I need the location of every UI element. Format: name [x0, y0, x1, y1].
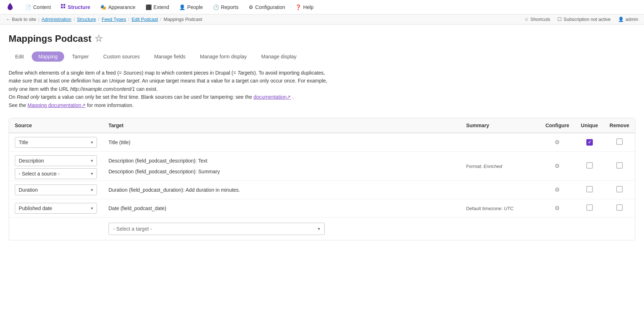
table-row: Duration ▾ Duration (field_podcast_durat… [9, 181, 635, 199]
breadcrumb-mappings-podcast: Mappings Podcast [164, 17, 202, 22]
target-cell-description: Description (field_podcast_description):… [103, 151, 460, 181]
source-cell-description: Description ▾ - Select a source - ▾ [9, 151, 103, 181]
tab-manage-fields[interactable]: Manage fields [148, 52, 192, 62]
unique-checkbox-duration[interactable] [586, 186, 593, 192]
mapping-table-container: Source Target Summary Configure Unique R… [9, 118, 635, 240]
unique-checkbox-published-date[interactable] [586, 204, 593, 211]
unique-cell-duration [575, 181, 604, 199]
svg-rect-1 [63, 4, 65, 6]
star-icon: ☆ [524, 17, 529, 22]
source-select-title[interactable]: Title ▾ [15, 137, 97, 148]
remove-cell-description [604, 151, 635, 181]
source-select-published-date[interactable]: Published date ▾ [15, 203, 97, 214]
breadcrumb-administration[interactable]: Administration [42, 17, 71, 22]
gear-icon[interactable]: ⚙ [555, 139, 560, 145]
remove-checkbox-description[interactable] [616, 162, 623, 169]
header-configure: Configure [539, 118, 575, 133]
mapping-documentation-link[interactable]: Mapping documentation↗ [27, 102, 85, 108]
nav-people[interactable]: 👤 People [174, 0, 208, 14]
configure-cell-description: ⚙ [539, 151, 575, 181]
nav-content[interactable]: 📄 Content [20, 0, 56, 14]
summary-cell-published-date: Default timezone: UTC [460, 199, 539, 217]
nav-reports[interactable]: 🕐 Reports [208, 0, 244, 14]
page-content: Mappings Podcast ☆ Edit Mapping Tamper C… [0, 25, 644, 258]
gear-icon[interactable]: ⚙ [555, 163, 560, 169]
logo [6, 2, 14, 12]
unique-cell-description [575, 151, 604, 181]
chevron-down-icon: ▾ [91, 140, 93, 145]
header-summary: Summary [460, 118, 539, 133]
nav-configuration[interactable]: ⚙ Configuration [244, 0, 290, 14]
nav-appearance[interactable]: 🎭 Appearance [95, 0, 141, 14]
structure-icon [61, 4, 66, 10]
remove-checkbox-published-date[interactable] [616, 204, 623, 211]
remove-cell-published-date [604, 199, 635, 217]
nav-structure[interactable]: Structure [56, 0, 95, 14]
tab-custom-sources[interactable]: Custom sources [97, 52, 146, 62]
source-cell-title: Title ▾ [9, 133, 103, 152]
nav-help[interactable]: ❓ Help [290, 0, 319, 14]
main-nav: 📄 Content Structure 🎭 Appearance ⬛ Exten… [20, 0, 638, 14]
mapping-table: Source Target Summary Configure Unique R… [9, 118, 635, 240]
svg-rect-3 [63, 6, 65, 8]
tab-tamper[interactable]: Tamper [66, 52, 96, 62]
unique-cell-title [575, 133, 604, 152]
back-arrow-icon: ← [6, 17, 10, 22]
breadcrumb-structure[interactable]: Structure [77, 17, 96, 22]
configure-cell-duration: ⚙ [539, 181, 575, 199]
target-select-dropdown[interactable]: - Select a target - ▾ [108, 223, 325, 235]
breadcrumb-edit-podcast[interactable]: Edit Podcast [132, 17, 158, 22]
target-cell-published-date: Date (field_podcast_date) [103, 199, 460, 217]
gear-icon[interactable]: ⚙ [555, 187, 560, 193]
tab-manage-display[interactable]: Manage display [255, 52, 303, 62]
chevron-down-icon: ▾ [91, 158, 93, 163]
tab-edit[interactable]: Edit [9, 52, 30, 62]
unique-checkbox-title[interactable] [586, 139, 593, 146]
table-row: Published date ▾ Date (field_podcast_dat… [9, 199, 635, 217]
documentation-link[interactable]: documentation↗ [253, 94, 291, 100]
people-icon: 👤 [179, 4, 185, 10]
mapping-description: Define which elements of a single item o… [9, 69, 333, 109]
nav-extend[interactable]: ⬛ Extend [141, 0, 174, 14]
header-target: Target [103, 118, 460, 133]
back-to-site[interactable]: ← Back to site [6, 17, 36, 22]
toolbar: ← Back to site | Administration / Struct… [0, 14, 644, 25]
tab-manage-form-display[interactable]: Manage form display [194, 52, 253, 62]
summary-cell-description: Format: Enriched [460, 151, 539, 181]
unique-cell-published-date [575, 199, 604, 217]
table-row: Description ▾ - Select a source - ▾ Desc… [9, 151, 635, 181]
table-header-row: Source Target Summary Configure Unique R… [9, 118, 635, 133]
user-icon: 👤 [618, 17, 624, 22]
source-select-description-sub[interactable]: - Select a source - ▾ [15, 168, 97, 179]
source-select-description[interactable]: Description ▾ [15, 155, 97, 166]
breadcrumb-feed-types[interactable]: Feed Types [102, 17, 126, 22]
favorite-icon[interactable]: ☆ [94, 33, 103, 44]
remove-checkbox-duration[interactable] [616, 186, 623, 192]
svg-rect-0 [61, 4, 63, 6]
toolbar-left: ← Back to site | Administration / Struct… [6, 17, 202, 22]
remove-cell-duration [604, 181, 635, 199]
target-cell-title: Title (title) [103, 133, 460, 152]
chevron-down-icon: ▾ [91, 206, 93, 211]
header-unique: Unique [575, 118, 604, 133]
top-nav: 📄 Content Structure 🎭 Appearance ⬛ Exten… [0, 0, 644, 14]
remove-checkbox-title[interactable] [616, 138, 623, 145]
table-row: Title ▾ Title (title) ⚙ [9, 133, 635, 152]
page-title: Mappings Podcast ☆ [9, 33, 635, 44]
chevron-down-icon: ▾ [91, 187, 93, 192]
subscription-status[interactable]: ☐ Subscription not active [558, 17, 611, 22]
content-icon: 📄 [25, 4, 31, 10]
add-target-cell: - Select a target - ▾ [9, 217, 635, 240]
gear-icon[interactable]: ⚙ [555, 205, 560, 211]
appearance-icon: 🎭 [100, 4, 106, 10]
target-cell-duration: Duration (field_podcast_duration): Add d… [103, 181, 460, 199]
subscription-icon: ☐ [558, 17, 562, 22]
header-source: Source [9, 118, 103, 133]
toolbar-right: ☆ Shortcuts ☐ Subscription not active 👤 … [524, 17, 638, 22]
unique-checkbox-description[interactable] [586, 162, 593, 169]
source-cell-duration: Duration ▾ [9, 181, 103, 199]
shortcuts-button[interactable]: ☆ Shortcuts [524, 17, 550, 22]
tab-mapping[interactable]: Mapping [32, 52, 64, 62]
user-menu[interactable]: 👤 admin [618, 17, 638, 22]
source-select-duration[interactable]: Duration ▾ [15, 185, 97, 195]
